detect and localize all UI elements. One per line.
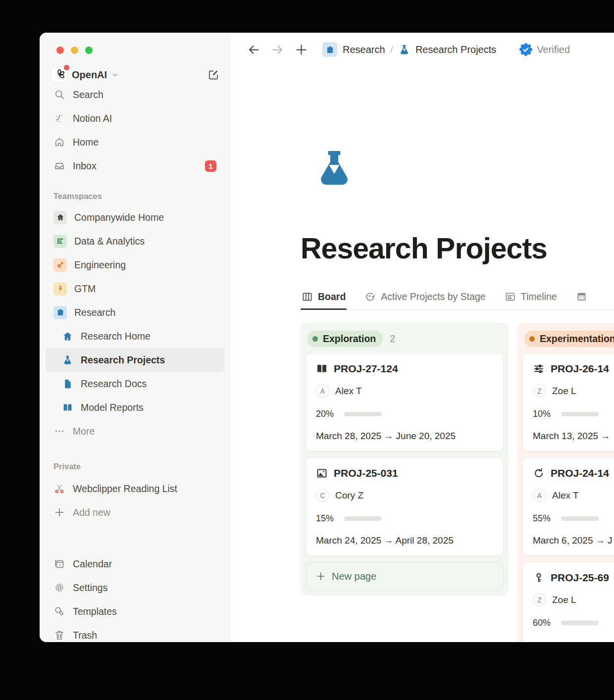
project-card[interactable]: PROJ-27-124 A Alex T 20% March 28, 2025 … xyxy=(306,353,504,451)
sidebar-item-label: Research Projects xyxy=(81,354,165,366)
engineering-icon xyxy=(53,258,67,272)
sidebar-item-engineering[interactable]: Engineering xyxy=(46,253,224,277)
sidebar-item-webclipper-reading-list[interactable]: Webclipper Reading List xyxy=(46,477,224,500)
page-flask-icon[interactable] xyxy=(313,148,614,191)
scissors-icon xyxy=(53,483,65,495)
green-status-dot xyxy=(312,336,318,342)
sidebar-item-label: Add new xyxy=(73,507,110,518)
svg-text:3: 3 xyxy=(59,563,61,567)
sidebar-item-label: GTM xyxy=(74,283,96,295)
image-icon xyxy=(316,467,328,479)
column-count: 2 xyxy=(390,333,395,345)
close-window-button[interactable] xyxy=(56,47,64,54)
verified-seal-icon xyxy=(519,43,532,56)
cycle-icon xyxy=(364,291,376,302)
book-open-icon xyxy=(316,363,328,375)
sidebar-item-model-reports[interactable]: Model Reports xyxy=(46,396,224,419)
sidebar-item-label: Search xyxy=(73,89,103,100)
project-card[interactable]: PROJ-24-14 A Alex T 55% March 6, 2025 → … xyxy=(522,457,614,556)
sidebar-item-search[interactable]: Search xyxy=(46,83,224,106)
sidebar-item-label: Calendar xyxy=(73,558,112,570)
progress-bar xyxy=(561,621,599,625)
sidebar-item-research[interactable]: Research xyxy=(46,300,224,324)
key-icon xyxy=(533,572,545,584)
sidebar-item-home[interactable]: Home xyxy=(46,130,224,154)
assignee-name: Alex T xyxy=(335,386,362,397)
card-title: PROJ-26-14 xyxy=(551,363,609,375)
chevron-down-icon xyxy=(111,71,119,79)
sidebar-item-calendar[interactable]: 3 Calendar xyxy=(46,552,224,576)
sidebar-item-data-analytics[interactable]: Data & Analytics xyxy=(46,229,224,253)
sidebar-item-research-docs[interactable]: Research Docs xyxy=(46,372,224,396)
sidebar-item-inbox[interactable]: Inbox 1 xyxy=(46,154,224,178)
compose-icon[interactable] xyxy=(207,69,219,81)
avatar: A xyxy=(533,489,546,502)
column-status-pill: Exploration xyxy=(307,331,383,347)
date-range: March 24, 2025 → April 28, 2025 xyxy=(316,535,493,546)
column-name: Experimentation xyxy=(540,333,614,345)
research-clipboard-icon[interactable] xyxy=(322,42,337,57)
assignee-name: Alex T xyxy=(552,490,579,501)
board-view-icon xyxy=(302,291,313,302)
date-range: March 13, 2025 → xyxy=(533,431,614,442)
project-card[interactable]: PROJ-25-031 C Cory Z 15% March 24, 2025 … xyxy=(306,457,504,556)
plus-icon xyxy=(316,571,326,581)
breadcrumb-separator: / xyxy=(391,44,393,55)
project-card[interactable]: PROJ-25-69 Z Zoe L 60% xyxy=(522,562,614,642)
new-page-button[interactable]: New page xyxy=(306,562,504,591)
sidebar-item-research-projects[interactable]: Research Projects xyxy=(46,348,224,372)
sidebar-item-trash[interactable]: Trash xyxy=(46,623,224,642)
progress-bar xyxy=(344,516,382,521)
teamspaces-section-label: Teamspaces xyxy=(46,187,224,205)
ellipsis-icon xyxy=(53,425,65,437)
back-arrow-icon[interactable] xyxy=(247,43,260,56)
progress-percent: 60% xyxy=(533,618,555,628)
book-open-icon xyxy=(61,401,73,413)
verified-badge[interactable]: Verified xyxy=(519,43,570,56)
zoom-window-button[interactable] xyxy=(85,47,93,54)
sidebar-item-gtm[interactable]: GTM xyxy=(46,277,224,300)
inbox-count-badge: 1 xyxy=(205,160,216,172)
inbox-icon xyxy=(53,160,65,172)
page-content: Research Projects Board Active Projects … xyxy=(230,66,614,642)
column-status-pill: Experimentation xyxy=(524,331,614,347)
sidebar-item-label: More xyxy=(73,426,95,437)
minimize-window-button[interactable] xyxy=(71,47,78,54)
sidebar-item-companywide-home[interactable]: Companywide Home xyxy=(46,205,224,229)
progress-percent: 55% xyxy=(533,513,555,524)
sidebar-item-research-home[interactable]: Research Home xyxy=(46,324,224,348)
gtm-icon xyxy=(53,282,67,296)
breadcrumb-research-projects[interactable]: Research Projects xyxy=(415,44,496,55)
sidebar-item-templates[interactable]: Templates xyxy=(46,600,224,623)
sidebar-item-more[interactable]: More xyxy=(46,419,224,443)
notification-dot xyxy=(64,65,69,70)
window-controls xyxy=(40,33,230,54)
sidebar-item-label: Webclipper Reading List xyxy=(73,483,177,495)
forward-arrow-icon[interactable] xyxy=(271,43,284,56)
house-icon xyxy=(61,330,73,342)
sidebar-item-settings[interactable]: Settings xyxy=(46,576,224,600)
private-section-label: Private xyxy=(46,456,224,477)
notion-window: OpenAI Search Notion AI xyxy=(40,33,614,642)
tab-active-projects-by-stage[interactable]: Active Projects by Stage xyxy=(363,291,486,309)
data-analytics-icon xyxy=(53,235,67,248)
sidebar-item-label: Data & Analytics xyxy=(74,236,145,247)
column-header[interactable]: Experimentation xyxy=(522,328,614,353)
document-icon xyxy=(61,378,73,390)
project-card[interactable]: PROJ-26-14 Z Zoe L 10% March 13, 2025 → xyxy=(522,353,614,451)
card-title: PROJ-25-031 xyxy=(334,467,398,479)
new-page-plus-icon[interactable] xyxy=(295,43,308,56)
column-header[interactable]: Exploration 2 xyxy=(306,328,504,353)
tab-calendar[interactable] xyxy=(575,291,588,309)
workspace-switcher[interactable]: OpenAI xyxy=(51,67,219,83)
flask-icon xyxy=(61,354,73,366)
assignee-name: Zoe L xyxy=(552,595,576,605)
sidebar-item-add-new[interactable]: Add new xyxy=(46,500,224,524)
breadcrumb-research[interactable]: Research xyxy=(343,44,385,55)
board-column-exploration: Exploration 2 PROJ-27-124 A xyxy=(301,323,509,596)
tab-timeline[interactable]: Timeline xyxy=(504,291,558,309)
date-range: March 6, 2025 → J xyxy=(533,535,614,546)
tab-label: Timeline xyxy=(521,291,557,302)
tab-board[interactable]: Board xyxy=(301,291,347,309)
sidebar-item-notion-ai[interactable]: Notion AI xyxy=(46,106,224,130)
